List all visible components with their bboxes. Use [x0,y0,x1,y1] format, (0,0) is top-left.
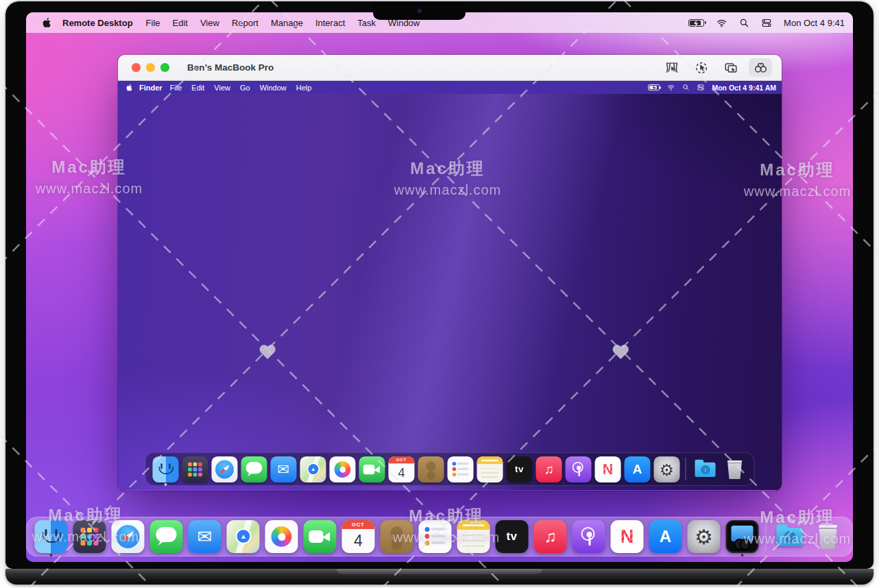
menu-report[interactable]: Report [226,18,265,28]
dock-icon-contacts[interactable] [381,520,413,553]
remote-battery-charging-icon[interactable] [648,84,660,90]
dock-icon-appstore[interactable]: A [649,520,682,553]
dock-icon-calendar[interactable]: OCT4 [388,456,414,482]
menu-edit[interactable]: Edit [167,18,194,28]
calendar-month: OCT [342,520,375,529]
dock-icon-notes[interactable] [477,456,503,482]
dock-icon-safari[interactable] [211,456,237,482]
apple-menu-icon[interactable] [41,17,51,29]
remote-control-center-icon[interactable] [697,84,705,91]
broadcast-ring [572,461,583,472]
dock-icon-news[interactable]: N [594,456,621,482]
dock-icon-podcasts[interactable] [573,520,605,553]
dock-icon-safari[interactable] [112,520,145,553]
facetime-app-icon [359,456,385,482]
remote-search-icon[interactable] [682,84,690,91]
dock-icon-reminders[interactable] [447,456,473,482]
dock-icon-tv[interactable]: tv [496,520,529,553]
dock-icon-maps[interactable]: ▲ [227,520,260,553]
dock-icon-reminders[interactable] [419,520,452,553]
dock-icon-news[interactable]: N [611,520,644,553]
control-mode-icon[interactable] [690,58,713,77]
remote-menus: FileEditViewGoWindowHelp [165,84,317,92]
macbook-frame: Remote Desktop FileEditViewReportManageI… [5,1,874,569]
navigation-pin: ▲ [306,463,319,475]
dock-icon-appstore[interactable]: A [624,456,650,482]
dock-icon-contacts[interactable] [418,456,444,482]
notes-header [477,456,503,464]
dock-icon-sysprefs[interactable]: ⚙ [653,456,679,482]
window-titlebar[interactable]: Ben’s MacBook Pro [118,55,782,81]
remote-wifi-icon[interactable] [666,84,675,91]
dock-icon-sysprefs[interactable]: ⚙ [688,520,721,553]
dock-icon-photos[interactable] [265,520,298,553]
notes-lines [463,535,485,548]
photos-app-icon [265,520,298,553]
dock-icon-facetime[interactable] [359,456,385,482]
dock-icon-calendar[interactable]: OCT4 [342,520,375,553]
dock-icon-photos[interactable] [329,456,355,482]
macbook-base [5,569,874,585]
color-wheel [334,461,350,478]
close-button[interactable] [132,63,141,72]
menu-manage[interactable]: Manage [265,18,309,28]
remote-app-menu-title[interactable]: Finder [139,84,162,92]
dock-icon-remotedesktop[interactable] [726,520,759,553]
dock-icon-trash[interactable] [721,456,747,482]
app-menu-title[interactable]: Remote Desktop [62,18,133,28]
remote-menu-file[interactable]: File [165,84,187,92]
dock-icon-notes[interactable] [457,520,490,553]
remote-menu-help[interactable]: Help [291,84,317,92]
curtain-mode-icon[interactable] [660,58,684,77]
dock-icon-finder[interactable] [152,456,178,482]
safari-dial [117,525,140,548]
dock-icon-music[interactable]: ♫ [535,456,562,482]
dock-icon-mail[interactable]: ✉ [270,456,296,482]
dock-icon-trash[interactable] [812,520,845,553]
notch [373,1,466,20]
remote-menu-go[interactable]: Go [235,84,255,92]
dock-icon-mail[interactable]: ✉ [189,520,221,553]
dock-icon-messages[interactable] [150,520,183,553]
menu-file[interactable]: File [140,18,167,28]
dock-icon-messages[interactable] [241,456,267,482]
remote-menu-bar: Finder FileEditViewGoWindowHelp [118,81,782,94]
dock-icon-podcasts[interactable] [565,456,591,482]
messages-app-icon [150,520,183,553]
search-icon[interactable] [739,18,749,28]
host-dock: ✉▲OCT4tv♫NA⚙↓ [26,517,853,556]
dock-icon-finder[interactable] [35,520,68,553]
dock-icon-downloads[interactable]: ↓ [692,456,718,482]
host-clock[interactable]: Mon Oct 4 9:41 [784,18,845,28]
remote-menu-edit[interactable]: Edit [186,84,209,92]
reminder-row [457,462,468,464]
maps-app-icon: ▲ [227,520,260,553]
dock-icon-tv[interactable]: tv [506,456,532,482]
zoom-button[interactable] [160,63,169,72]
battery-charging-icon[interactable] [688,19,704,27]
calendar-app-icon: OCT4 [388,456,414,482]
observe-mode-icon[interactable] [749,58,772,77]
wifi-icon[interactable] [716,18,727,28]
dock-icon-launchpad[interactable] [73,520,106,553]
remote-menu-view[interactable]: View [209,84,235,92]
remote-clock[interactable]: Mon Oct 4 9:41 AM [712,84,776,92]
trash-app-icon [812,520,845,553]
remote-menu-window[interactable]: Window [255,84,291,92]
dock-icon-launchpad[interactable] [182,456,208,482]
menu-interact[interactable]: Interact [309,18,351,28]
menu-view[interactable]: View [194,18,226,28]
dock-icon-facetime[interactable] [304,520,337,553]
share-screen-icon[interactable] [719,58,743,77]
control-center-icon[interactable] [761,18,772,28]
dock-divider [686,458,686,480]
speech-bubble [156,527,177,542]
dock-icon-maps[interactable]: ▲ [300,456,326,482]
video-camera [309,530,324,543]
dock-icon-music[interactable]: ♫ [534,520,567,553]
minimize-button[interactable] [146,63,155,72]
remote-apple-menu-icon[interactable] [125,84,132,92]
music-app-icon: ♫ [535,456,562,482]
traffic-lights [118,63,175,72]
dock-icon-downloads[interactable]: ↓ [773,520,806,553]
